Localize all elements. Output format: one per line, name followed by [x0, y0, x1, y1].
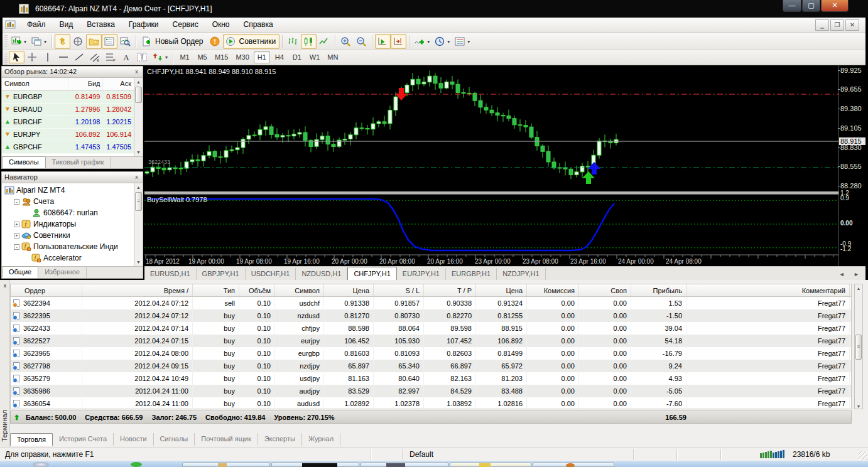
scroll-down-icon[interactable]: ▼	[855, 404, 862, 409]
mdi-close-button[interactable]: ✕	[845, 19, 859, 31]
dropdown-arrow-icon[interactable]: ▾	[24, 39, 26, 45]
terminal-scrollbar[interactable]: ▲ ≡ ▼	[854, 284, 863, 409]
terminal-close-icon[interactable]: x	[1, 282, 9, 290]
column-header[interactable]: T / P	[424, 284, 476, 296]
collapse-icon[interactable]: -	[14, 244, 19, 250]
arrows-button[interactable]: ▾	[150, 51, 170, 63]
zoom-in-button[interactable]	[338, 34, 354, 49]
line-chart-button[interactable]	[317, 34, 332, 49]
navigator-tab-1[interactable]: Общие	[2, 266, 38, 278]
hline-button[interactable]	[56, 51, 72, 63]
market-watch-tab-2[interactable]: Тиковый график	[46, 157, 111, 168]
navigator-item[interactable]: Alpari NZ MT4	[2, 185, 134, 196]
resize-grip[interactable]	[859, 451, 867, 460]
market-watch-toggle[interactable]	[55, 34, 70, 49]
menu-7[interactable]: Справка	[237, 18, 280, 31]
minimize-button[interactable]: —	[783, 0, 801, 12]
dropdown-arrow-icon[interactable]: ▾	[447, 39, 450, 45]
expert-advisors-button[interactable]: Советники	[223, 34, 280, 49]
menu-2[interactable]: Вид	[53, 18, 80, 31]
column-header[interactable]: Бид	[68, 78, 102, 90]
market-watch-close-icon[interactable]: x	[133, 68, 141, 76]
navigator-item[interactable]: +Советники	[2, 230, 134, 241]
column-header[interactable]: Цена	[324, 284, 374, 296]
trendline-button[interactable]	[72, 51, 87, 63]
order-row[interactable]: 36223942012.04.24 07:12sell0.10usdchf0.9…	[11, 297, 851, 309]
scroll-up-icon[interactable]: ▲	[855, 284, 862, 293]
profiles-button[interactable]: ▾	[29, 34, 49, 49]
mdi-restore-button[interactable]: ❐	[830, 19, 844, 31]
terminal-tab-4[interactable]: Сигналы	[154, 433, 195, 446]
terminal-tab-1[interactable]: Торговля	[10, 433, 53, 446]
navigator-item[interactable]: -fПользовательские Инди	[2, 241, 134, 252]
order-row[interactable]: 36223952012.04.24 07:12buy0.10nzdusd0.81…	[11, 309, 851, 322]
chart-tab-eurusd[interactable]: EURUSD,H1	[144, 268, 197, 280]
market-watch-row[interactable]: ▲GBPCHF1.474531.47505	[2, 141, 134, 154]
timeframe-w1[interactable]: W1	[307, 51, 323, 63]
timeframe-m30[interactable]: M30	[232, 51, 252, 63]
market-watch-row[interactable]: ▲EURCHF1.201981.20215	[2, 116, 134, 129]
terminal-tab-5[interactable]: Почтовый ящик	[195, 433, 258, 446]
navigator-item[interactable]: fAccelerator	[2, 252, 134, 264]
chart-tab-eurgbp[interactable]: EURGBP,H1	[446, 268, 497, 280]
taskbar-button[interactable]	[182, 462, 270, 467]
price-axis[interactable]: 89.92589.65589.38089.10588.83088.55588.2…	[838, 65, 865, 266]
terminal-tab-6[interactable]: Эксперты	[258, 433, 302, 446]
navigator-scrollbar[interactable]: ▲ ≡ ▼	[134, 183, 143, 266]
taskbar-button[interactable]	[450, 462, 531, 467]
periods-button[interactable]: ▾	[432, 34, 452, 49]
expand-icon[interactable]: +	[14, 222, 19, 227]
menu-4[interactable]: Графики	[122, 18, 166, 31]
menu-1[interactable]: Файл	[20, 18, 53, 31]
chart-tab-chfjpy[interactable]: CHFJPY,H1	[347, 267, 396, 280]
chart-tab-nzdjpy[interactable]: NZDJPY,H1	[497, 268, 545, 280]
order-row[interactable]: 36360542012.04.24 11:00buy0.10audusd1.02…	[11, 397, 851, 410]
taskbar-button[interactable]	[533, 462, 614, 467]
chart-tab-usdchf[interactable]: USDCHF,H1	[246, 268, 296, 280]
dropdown-arrow-icon[interactable]: ▾	[165, 55, 168, 60]
column-header[interactable]: Ордер	[11, 284, 82, 296]
navigator-tab-2[interactable]: Избранное	[38, 267, 87, 278]
scroll-down-icon[interactable]: ▼	[134, 148, 143, 156]
timeframe-h1[interactable]: H1	[254, 51, 270, 63]
new-chart-button[interactable]: ▾	[9, 34, 29, 49]
cursor-button[interactable]	[9, 51, 24, 63]
market-watch-row[interactable]: ▼EURGBP0.814990.81509	[2, 91, 134, 104]
navigator-toggle[interactable]	[86, 34, 102, 49]
market-watch-scrollbar[interactable]: ▲ ▼	[134, 78, 143, 156]
navigator-item[interactable]: +fИндикаторы	[2, 218, 134, 230]
dropdown-arrow-icon[interactable]: ▾	[467, 39, 470, 45]
terminal-tab-3[interactable]: Новости	[114, 433, 154, 446]
order-row[interactable]: 36224332012.04.24 07:14buy0.10chfjpy88.5…	[11, 322, 851, 335]
menu-6[interactable]: Окно	[205, 18, 237, 31]
timeframe-m5[interactable]: M5	[194, 51, 210, 63]
timeframe-m1[interactable]: M1	[176, 51, 193, 63]
taskbar-button[interactable]	[271, 462, 359, 467]
order-row[interactable]: 36277982012.04.24 09:15buy0.10nzdjpy65.8…	[11, 360, 851, 372]
bar-chart-button[interactable]	[285, 34, 301, 49]
navigator-item[interactable]: 6086647: nurlan	[2, 207, 134, 218]
timeframe-m15[interactable]: M15	[212, 51, 231, 63]
chart-canvas[interactable]: CHFJPY,H1 88.941 88.949 88.910 88.915362…	[144, 65, 838, 266]
scroll-up-icon[interactable]: ▲	[134, 78, 143, 86]
strategy-tester-button[interactable]	[117, 34, 133, 49]
market-watch-row[interactable]: ▼EURJPY106.892106.914	[2, 129, 134, 141]
market-watch-tab-1[interactable]: Символы	[2, 156, 46, 168]
alert-button[interactable]: !	[207, 34, 223, 49]
column-header[interactable]: Время /	[82, 284, 193, 296]
column-header[interactable]: Своп	[579, 284, 631, 296]
navigator-item[interactable]: -Счета	[2, 196, 134, 207]
price-chart[interactable]: CHFJPY,H1 88.941 88.949 88.910 88.915362…	[144, 65, 865, 266]
fibonacci-button[interactable]: F	[103, 51, 119, 63]
chart-tab-nzdusd[interactable]: NZDUSD,H1	[296, 268, 347, 280]
tab-scroll-arrows[interactable]: ◄ ►	[839, 271, 863, 277]
templates-button[interactable]: ▾	[452, 34, 472, 49]
menu-3[interactable]: Вставка	[80, 18, 122, 31]
label-button[interactable]: T	[134, 51, 150, 63]
auto-scroll-button[interactable]	[375, 34, 391, 49]
timeframe-mn[interactable]: MN	[324, 51, 341, 63]
expand-icon[interactable]: +	[14, 233, 19, 239]
timeframe-h4[interactable]: H4	[271, 51, 288, 63]
column-header[interactable]: Комиссия	[527, 284, 579, 296]
taskbar-icon[interactable]	[131, 462, 142, 467]
